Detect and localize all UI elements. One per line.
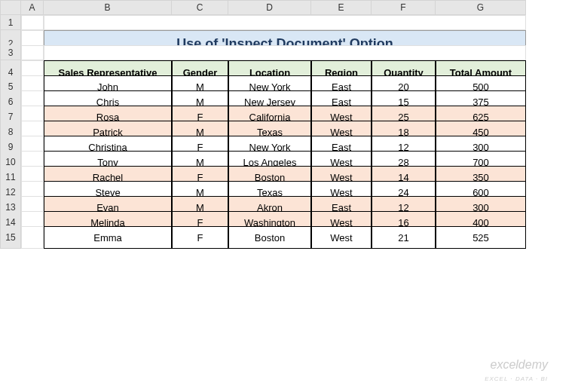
col-header-F[interactable]: F [372,0,436,15]
watermark-main: exceldemy [491,358,548,371]
row-header-1[interactable]: 1 [0,15,21,30]
table-cell[interactable]: Emma [44,226,172,249]
col-header-C[interactable]: C [172,0,228,15]
col-header-A[interactable]: A [21,0,44,15]
col-header-D[interactable]: D [228,0,311,15]
cell-A15[interactable] [21,226,44,249]
table-cell[interactable]: 525 [436,226,526,249]
table-cell[interactable]: Boston [228,226,311,249]
cell-A3[interactable] [21,45,44,60]
table-cell[interactable]: F [172,226,228,249]
row-header-15[interactable]: 15 [0,226,21,249]
table-cell[interactable]: 21 [372,226,436,249]
col-header-B[interactable]: B [44,0,172,15]
cell-B1-G1[interactable] [44,15,526,30]
table-cell[interactable]: West [311,226,372,249]
watermark: exceldemy EXCEL · DATA · BI [485,359,548,383]
row-header-3[interactable]: 3 [0,45,21,60]
select-all-corner[interactable] [0,0,21,15]
cell-B3-G3[interactable] [44,45,526,60]
spreadsheet-grid: A B C D E F G 1 2 Use of 'Inspect Docume… [0,0,578,241]
col-header-G[interactable]: G [436,0,526,15]
col-header-E[interactable]: E [311,0,372,15]
watermark-sub: EXCEL · DATA · BI [485,375,548,382]
cell-A1[interactable] [21,15,44,30]
